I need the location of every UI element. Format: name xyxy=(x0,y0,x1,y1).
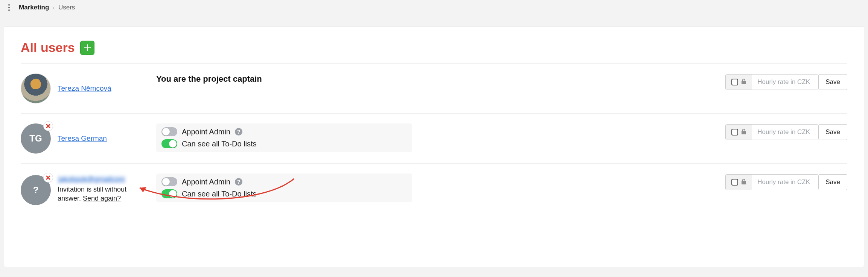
add-user-button[interactable] xyxy=(80,41,94,55)
rate-lock-checkbox[interactable] xyxy=(731,129,738,135)
user-name-link[interactable]: Teresa German xyxy=(58,134,107,143)
menu-dots-button[interactable] xyxy=(5,2,13,13)
roles-box: Appoint Admin ? Can see all To-Do lists xyxy=(156,174,412,202)
breadcrumb-leaf: Users xyxy=(58,4,75,11)
lock-icon xyxy=(741,78,746,86)
appoint-admin-label: Appoint Admin xyxy=(182,178,230,186)
rate-control-group xyxy=(725,124,819,140)
see-todo-label: Can see all To-Do lists xyxy=(182,140,257,148)
resend-invite-link[interactable]: Send again? xyxy=(83,195,121,202)
see-todo-toggle[interactable] xyxy=(161,189,177,198)
rate-column: Save xyxy=(725,174,847,190)
save-button[interactable]: Save xyxy=(819,124,847,140)
user-row: TG Teresa German Appoint Admin ? Can see… xyxy=(21,114,847,164)
see-todo-toggle[interactable] xyxy=(161,139,177,148)
appoint-admin-toggle[interactable] xyxy=(161,127,177,136)
user-name-link[interactable]: jakobpok@gmailcom xyxy=(58,175,126,183)
plus-icon xyxy=(84,44,91,51)
page-header: All users xyxy=(21,40,847,64)
hourly-rate-input[interactable] xyxy=(752,125,818,140)
captain-label: You are the project captain xyxy=(156,73,412,84)
breadcrumb-separator: › xyxy=(53,5,55,11)
rate-lock-checkbox[interactable] xyxy=(731,179,738,186)
rate-control-group xyxy=(725,74,819,90)
avatar-wrap: ? xyxy=(21,175,51,205)
help-icon[interactable]: ? xyxy=(235,178,242,186)
user-row: ? jakobpok@gmailcom Invitation is still … xyxy=(21,164,847,215)
user-identity: Tereza Němcová xyxy=(21,73,156,103)
appoint-admin-toggle[interactable] xyxy=(161,177,177,186)
main-card: All users Tereza Němcová You are the pro… xyxy=(4,26,864,267)
top-bar: Marketing › Users xyxy=(0,0,868,15)
roles-box: Appoint Admin ? Can see all To-Do lists xyxy=(156,123,412,152)
close-icon xyxy=(46,175,51,180)
user-identity: TG Teresa German xyxy=(21,123,156,154)
hourly-rate-input[interactable] xyxy=(752,75,818,90)
remove-user-button[interactable] xyxy=(43,121,53,131)
save-button[interactable]: Save xyxy=(819,174,847,190)
rate-control-group xyxy=(725,174,819,190)
remove-user-button[interactable] xyxy=(43,173,53,183)
appoint-admin-label: Appoint Admin xyxy=(182,128,230,136)
user-name-link[interactable]: Tereza Němcová xyxy=(58,84,111,93)
rate-column: Save xyxy=(725,123,847,140)
avatar xyxy=(21,73,51,103)
breadcrumb-root[interactable]: Marketing xyxy=(19,4,49,11)
see-todo-label: Can see all To-Do lists xyxy=(182,190,257,198)
help-icon[interactable]: ? xyxy=(235,128,242,135)
role-column: You are the project captain xyxy=(156,73,412,84)
page-title: All users xyxy=(21,40,75,55)
lock-icon xyxy=(741,178,746,186)
save-button[interactable]: Save xyxy=(819,74,847,90)
rate-column: Save xyxy=(725,73,847,90)
avatar-wrap xyxy=(21,73,51,103)
hourly-rate-input[interactable] xyxy=(752,175,818,190)
rate-lock-checkbox[interactable] xyxy=(731,79,738,85)
lock-icon xyxy=(741,128,746,136)
user-identity: ? jakobpok@gmailcom Invitation is still … xyxy=(21,174,156,205)
close-icon xyxy=(46,123,51,129)
user-row: Tereza Němcová You are the project capta… xyxy=(21,64,847,114)
avatar-wrap: TG xyxy=(21,123,51,154)
role-column: Appoint Admin ? Can see all To-Do lists xyxy=(156,123,412,152)
role-column: Appoint Admin ? Can see all To-Do lists xyxy=(156,174,412,202)
invite-status-text: Invitation is still without answer. Send… xyxy=(58,185,152,203)
